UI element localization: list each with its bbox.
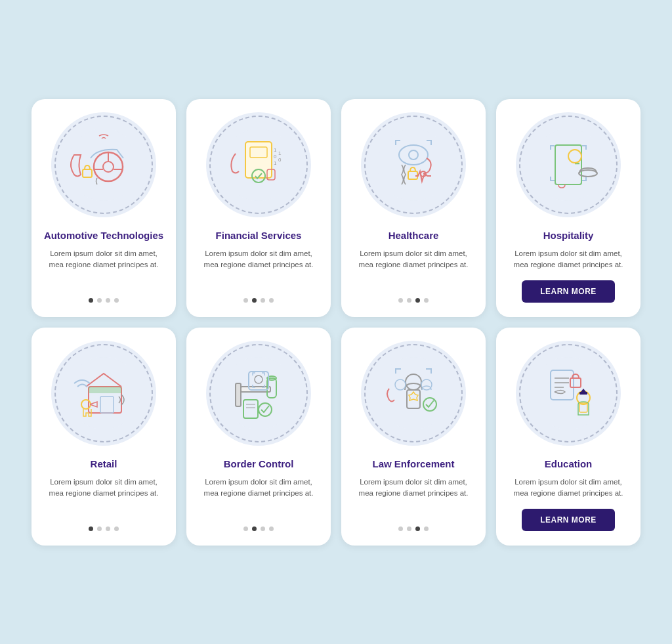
svg-text:1: 1 [278,150,282,156]
dot-4 [424,526,429,531]
education-icon-circle [516,341,621,446]
card-education: Education Lorem ipsum dolor sit dim amet… [496,328,640,546]
healthcare-icon-circle [361,112,466,217]
education-title: Education [545,458,593,471]
dot-2 [252,298,257,303]
retail-title: Retail [91,458,117,471]
education-learn-more-button[interactable]: LEARN MORE [522,509,615,531]
hospitality-title: Hospitality [543,229,594,242]
healthcare-desc: Lorem ipsum dolor sit dim amet, mea regi… [353,248,474,271]
svg-point-22 [532,129,604,201]
dot-1 [243,526,248,531]
card-automotive: Automotive Technologies Lorem ipsum dolo… [32,99,176,317]
automotive-dots [89,295,119,303]
svg-rect-56 [579,392,587,395]
law-desc: Lorem ipsum dolor sit dim amet, mea regi… [353,477,474,500]
financial-dots [243,295,274,303]
automotive-icon-circle [51,112,156,217]
hospitality-desc: Lorem ipsum dolor sit dim amet, mea regi… [508,248,629,271]
dot-4 [114,298,119,303]
dot-3 [106,526,110,531]
card-retail: Retail Lorem ipsum dolor sit dim amet, m… [32,328,176,546]
financial-title: Financial Services [216,229,302,242]
dot-3 [415,526,420,531]
financial-icon-circle: 1 0 1 1 0 [206,112,311,217]
svg-point-43 [377,357,450,429]
card-hospitality: Hospitality Lorem ipsum dolor sit dim am… [496,99,640,317]
svg-point-49 [532,357,604,429]
education-desc: Lorem ipsum dolor sit dim amet, mea regi… [508,477,629,500]
automotive-title: Automotive Technologies [44,229,163,242]
dot-3 [106,298,110,303]
dot-2 [407,526,411,531]
card-healthcare: Healthcare Lorem ipsum dolor sit dim ame… [341,99,486,317]
healthcare-title: Healthcare [388,229,439,242]
svg-text:0: 0 [274,154,277,160]
retail-icon-circle [51,341,156,446]
svg-point-32 [222,357,295,429]
border-title: Border Control [224,458,294,471]
dot-4 [269,298,274,303]
dot-1 [89,298,93,303]
svg-text:0: 0 [278,157,282,163]
dot-1 [243,298,248,303]
svg-text:1: 1 [274,147,277,153]
healthcare-dots [398,295,429,303]
svg-text:1: 1 [274,160,277,166]
law-icon-circle [361,341,466,446]
card-financial: 1 0 1 1 0 Financial Services Lorem ipsum… [186,99,331,317]
card-law: Law Enforcement Lorem ipsum dolor sit di… [341,328,486,546]
svg-rect-29 [89,387,121,393]
dot-2 [252,526,257,531]
dot-2 [407,298,411,303]
dot-4 [424,298,429,303]
hospitality-learn-more-button[interactable]: LEARN MORE [522,280,615,303]
border-dots [243,524,274,531]
cards-grid: Automotive Technologies Lorem ipsum dolo… [32,99,640,546]
border-desc: Lorem ipsum dolor sit dim amet, mea regi… [198,477,319,500]
dot-3 [261,298,265,303]
retail-desc: Lorem ipsum dolor sit dim amet, mea regi… [43,477,164,500]
law-dots [398,524,429,531]
dot-1 [89,526,93,531]
card-border: Border Control Lorem ipsum dolor sit dim… [186,328,331,546]
automotive-desc: Lorem ipsum dolor sit dim amet, mea regi… [43,248,164,271]
law-title: Law Enforcement [372,458,454,471]
dot-4 [269,526,274,531]
border-icon-circle [206,341,311,446]
dot-1 [398,298,403,303]
hospitality-icon-circle [516,112,621,217]
dot-3 [415,298,420,303]
financial-desc: Lorem ipsum dolor sit dim amet, mea regi… [198,248,319,271]
retail-dots [89,524,119,531]
dot-4 [114,526,119,531]
dot-3 [261,526,265,531]
dot-1 [398,526,403,531]
svg-rect-33 [236,383,241,406]
dot-2 [97,298,102,303]
dot-2 [97,526,102,531]
